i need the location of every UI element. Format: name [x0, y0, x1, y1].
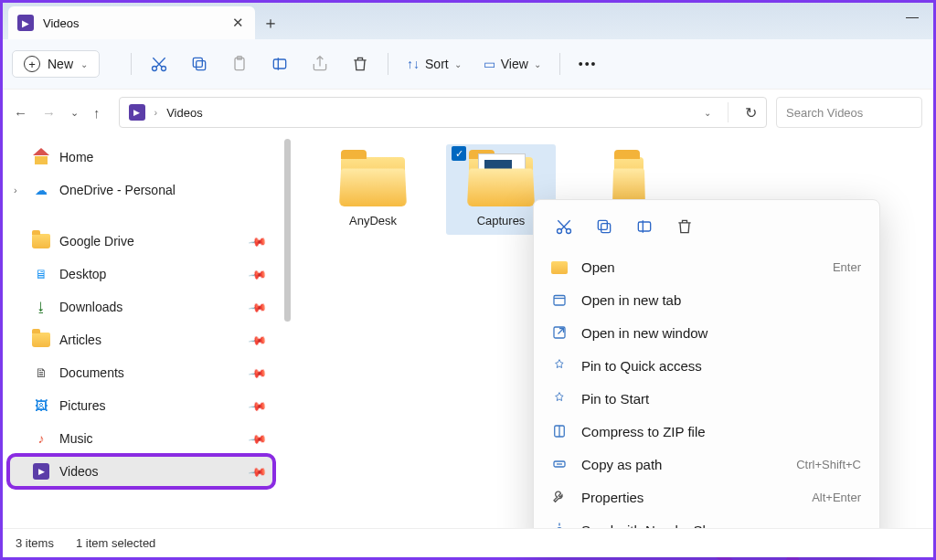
svg-rect-3	[193, 58, 202, 67]
chevron-down-icon: ⌄	[534, 59, 541, 69]
tab-label: Videos	[43, 16, 223, 30]
nav-label: Music	[59, 431, 93, 446]
sort-icon: ↑↓	[407, 57, 420, 71]
nav-articles[interactable]: Articles 📌	[8, 323, 274, 356]
nav-label: OneDrive - Personal	[59, 183, 176, 197]
share-button[interactable]	[302, 48, 338, 80]
forward-button[interactable]: →	[42, 105, 56, 121]
address-row: ← → ⌄ ↑ ▶ › Videos ⌄ ↻ Search Videos	[3, 90, 933, 135]
pin-icon: 📌	[248, 264, 268, 284]
view-button[interactable]: ▭ View ⌄	[474, 57, 550, 71]
nav-downloads[interactable]: ⭳ Downloads 📌	[8, 291, 274, 323]
nav-music[interactable]: ♪ Music 📌	[8, 422, 274, 455]
delete-button[interactable]	[667, 211, 702, 242]
nav-pictures[interactable]: 🖼 Pictures 📌	[8, 389, 274, 422]
download-icon: ⭳	[32, 298, 50, 316]
pin-icon: 📌	[248, 428, 268, 449]
chevron-down-icon: ⌄	[80, 59, 88, 69]
nav-label: Articles	[59, 333, 101, 347]
svg-rect-6	[273, 59, 285, 69]
address-bar[interactable]: ▶ › Videos ⌄ ↻	[119, 97, 768, 128]
sort-label: Sort	[425, 57, 449, 71]
refresh-button[interactable]: ↻	[745, 104, 757, 122]
nav-home[interactable]: Home	[8, 141, 274, 174]
tab-videos[interactable]: ▶ Videos ✕	[8, 6, 255, 39]
chevron-down-icon[interactable]: ⌄	[704, 108, 711, 118]
music-icon: ♪	[32, 429, 50, 448]
folder-icon	[550, 261, 569, 274]
nav-label: Videos	[59, 464, 99, 479]
svg-rect-2	[197, 61, 206, 70]
folder-icon	[337, 152, 409, 206]
desktop-icon: 🖥	[32, 265, 50, 283]
home-icon	[32, 148, 50, 166]
search-input[interactable]: Search Videos	[776, 97, 922, 128]
newtab-icon	[550, 291, 569, 308]
pin-icon: 📌	[248, 461, 268, 481]
copy-button[interactable]	[181, 48, 218, 80]
menu-item-pin-to-quick-access[interactable]: Pin to Quick access	[534, 349, 879, 382]
menu-item-copy-as-path[interactable]: Copy as pathCtrl+Shift+C	[534, 448, 879, 481]
pin-icon: 📌	[248, 231, 268, 251]
nav-onedrive[interactable]: › ☁ OneDrive - Personal	[8, 174, 274, 206]
pin-icon: 📌	[248, 297, 268, 317]
menu-item-compress-to-zip-file[interactable]: Compress to ZIP file	[534, 415, 879, 448]
svg-rect-12	[638, 222, 650, 231]
copy-button[interactable]	[587, 211, 622, 242]
new-tab-button[interactable]: ＋	[255, 6, 286, 39]
nav-label: Downloads	[59, 300, 122, 314]
delete-button[interactable]	[342, 48, 378, 80]
svg-rect-10	[601, 224, 611, 233]
new-button[interactable]: + New ⌄	[12, 50, 100, 78]
menu-item-label: Properties	[581, 490, 799, 505]
status-bar: 3 items 1 item selected	[3, 528, 933, 557]
file-label: Captures	[477, 214, 526, 227]
close-tab-button[interactable]: ✕	[232, 15, 244, 31]
back-button[interactable]: ←	[14, 105, 27, 121]
chevron-right-icon[interactable]: ›	[14, 185, 17, 195]
search-placeholder: Search Videos	[786, 106, 863, 120]
folder-icon	[611, 152, 647, 206]
cut-button[interactable]	[547, 211, 581, 242]
nav-videos[interactable]: ▶ Videos 📌	[8, 455, 274, 488]
window-controls: —	[891, 3, 933, 39]
scrollbar-thumb[interactable]	[284, 139, 291, 322]
titlebar: ▶ Videos ✕ ＋ —	[3, 3, 933, 39]
rename-button[interactable]	[261, 48, 298, 80]
nav-label: Google Drive	[59, 234, 134, 248]
sort-button[interactable]: ↑↓ Sort ⌄	[398, 57, 471, 71]
context-menu: OpenEnterOpen in new tabOpen in new wind…	[533, 199, 880, 556]
rename-button[interactable]	[627, 211, 662, 242]
menu-item-open-in-new-tab[interactable]: Open in new tab	[534, 283, 879, 316]
nav-google-drive[interactable]: Google Drive 📌	[8, 225, 274, 258]
pin-icon: 📌	[248, 396, 268, 416]
videos-icon: ▶	[129, 104, 145, 121]
documents-icon: 🗎	[32, 364, 50, 382]
menu-item-properties[interactable]: PropertiesAlt+Enter	[534, 481, 879, 513]
more-button[interactable]: •••	[569, 57, 607, 71]
navigation-pane: Home › ☁ OneDrive - Personal Google Driv…	[3, 135, 291, 528]
cut-button[interactable]	[141, 48, 177, 80]
folder-icon	[32, 232, 50, 250]
recent-dropdown[interactable]: ⌄	[70, 107, 79, 119]
selection-count: 1 item selected	[76, 536, 155, 550]
svg-point-9	[567, 229, 571, 234]
pin-icon	[550, 390, 569, 407]
nav-label: Desktop	[59, 267, 106, 281]
folder-anydesk[interactable]: AnyDesk	[318, 144, 428, 235]
cloud-icon: ☁	[32, 181, 50, 199]
breadcrumb[interactable]: Videos	[166, 106, 203, 120]
nav-desktop[interactable]: 🖥 Desktop 📌	[8, 258, 274, 291]
pin-icon: 📌	[248, 363, 268, 383]
menu-item-label: Open in new tab	[581, 292, 848, 308]
nav-label: Pictures	[59, 398, 106, 413]
nav-documents[interactable]: 🗎 Documents 📌	[8, 356, 274, 389]
paste-button[interactable]	[221, 48, 258, 80]
up-button[interactable]: ↑	[93, 105, 101, 121]
minimize-button[interactable]: —	[891, 3, 933, 30]
menu-item-open[interactable]: OpenEnter	[534, 251, 879, 283]
nav-label: Home	[59, 150, 93, 164]
menu-item-pin-to-start[interactable]: Pin to Start	[534, 382, 879, 415]
menu-item-open-in-new-window[interactable]: Open in new window	[534, 316, 879, 349]
menu-item-label: Pin to Quick access	[581, 358, 848, 374]
